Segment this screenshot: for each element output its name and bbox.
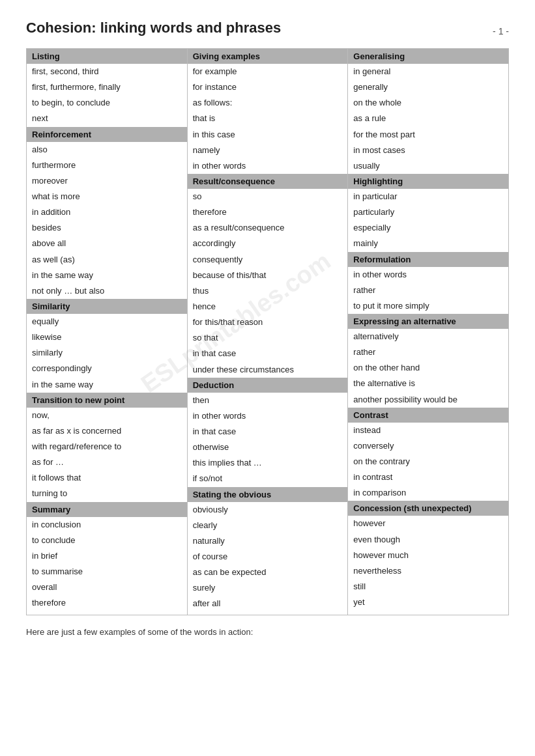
list-item: it follows that: [27, 470, 187, 486]
section-header: Highlighting: [348, 174, 508, 189]
list-item: turning to: [27, 486, 187, 501]
list-item: in other words: [188, 408, 348, 424]
list-item: equally: [27, 314, 187, 329]
list-item: as a result/consequence: [188, 220, 348, 236]
list-item: in conclusion: [27, 517, 187, 533]
section-header: Giving examples: [188, 49, 348, 64]
list-item: for example: [188, 64, 348, 79]
column-1: Listingfirst, second, thirdfirst, furthe…: [27, 49, 188, 615]
list-item: surely: [188, 580, 348, 596]
list-item: under these circumstances: [188, 362, 348, 378]
list-item: because of this/that: [188, 268, 348, 283]
list-item: in contrast: [348, 469, 508, 485]
list-item: correspondingly: [27, 361, 187, 376]
list-item: hence: [188, 299, 348, 315]
list-item: in comparison: [348, 485, 508, 501]
list-item: that is: [188, 111, 348, 126]
list-item: instead: [348, 423, 508, 438]
list-item: as well (as): [27, 252, 187, 268]
list-item: alternatively: [348, 329, 508, 344]
section-header: Contrast: [348, 408, 508, 423]
list-item: conversely: [348, 438, 508, 454]
list-item: for this/that reason: [188, 315, 348, 330]
list-item: yet: [348, 595, 508, 613]
list-item: so that: [188, 330, 348, 346]
section-header: Concession (sth unexpected): [348, 501, 508, 516]
list-item: consequently: [188, 252, 348, 268]
section-header: Similarity: [27, 299, 187, 314]
list-item: otherwise: [188, 440, 348, 455]
list-item: in most cases: [348, 143, 508, 158]
list-item: nevertheless: [348, 563, 508, 579]
list-item: generally: [348, 79, 508, 95]
list-item: first, second, third: [27, 64, 187, 79]
list-item: in this case: [188, 127, 348, 143]
section-header: Listing: [27, 49, 187, 64]
section-header: Reinforcement: [27, 127, 187, 142]
footer-text: Here are just a few examples of some of …: [26, 627, 509, 637]
list-item: moreover: [27, 173, 187, 189]
list-item: to conclude: [27, 533, 187, 548]
list-item: now,: [27, 408, 187, 423]
list-item: as for …: [27, 455, 187, 470]
list-item: to put it more simply: [348, 298, 508, 314]
page-title: Cohesion: linking words and phrases: [26, 20, 281, 36]
section-header: Stating the obvious: [188, 487, 348, 502]
list-item: rather: [348, 344, 508, 360]
list-item: particularly: [348, 204, 508, 220]
list-item: as can be expected: [188, 565, 348, 580]
column-3: Generalisingin generalgenerallyon the wh…: [348, 49, 509, 615]
list-item: thus: [188, 283, 348, 299]
content-grid: Listingfirst, second, thirdfirst, furthe…: [26, 48, 509, 615]
list-item: still: [348, 579, 508, 595]
list-item: however much: [348, 548, 508, 563]
list-item: besides: [27, 220, 187, 236]
section-header: Expressing an alternative: [348, 314, 508, 329]
list-item: however: [348, 516, 508, 531]
list-item: in the same way: [27, 268, 187, 283]
list-item: in that case: [188, 346, 348, 361]
list-item: even though: [348, 532, 508, 548]
list-item: clearly: [188, 518, 348, 533]
list-item: as follows:: [188, 95, 348, 111]
list-item: in the same way: [27, 377, 187, 393]
list-item: similarly: [27, 345, 187, 361]
section-header: Transition to new point: [27, 393, 187, 408]
list-item: what is more: [27, 189, 187, 204]
list-item: first, furthermore, finally: [27, 79, 187, 95]
list-item: overall: [27, 580, 187, 595]
list-item: as a rule: [348, 111, 508, 126]
list-item: therefore: [27, 595, 187, 613]
section-header: Generalising: [348, 49, 508, 64]
list-item: accordingly: [188, 236, 348, 251]
list-item: obviously: [188, 502, 348, 518]
list-item: on the contrary: [348, 454, 508, 469]
section-header: Reformulation: [348, 252, 508, 267]
list-item: mainly: [348, 236, 508, 251]
page-number: - 1 -: [493, 26, 509, 36]
list-item: for instance: [188, 79, 348, 95]
list-item: this implies that …: [188, 455, 348, 471]
list-item: usually: [348, 158, 508, 174]
section-header: Deduction: [188, 378, 348, 393]
list-item: also: [27, 142, 187, 158]
section-header: Result/consequence: [188, 174, 348, 189]
section-header: Summary: [27, 502, 187, 517]
list-item: so: [188, 189, 348, 204]
list-item: in addition: [27, 204, 187, 220]
list-item: in other words: [348, 267, 508, 283]
list-item: namely: [188, 143, 348, 158]
list-item: furthermore: [27, 158, 187, 173]
list-item: not only … but also: [27, 283, 187, 299]
list-item: on the whole: [348, 95, 508, 111]
list-item: in that case: [188, 424, 348, 440]
list-item: naturally: [188, 533, 348, 549]
list-item: to begin, to conclude: [27, 95, 187, 111]
list-item: next: [27, 111, 187, 126]
list-item: in brief: [27, 548, 187, 564]
column-2: Giving examplesfor examplefor instanceas…: [188, 49, 349, 615]
list-item: with regard/reference to: [27, 439, 187, 455]
list-item: another possibility would be: [348, 392, 508, 408]
list-item: to summarise: [27, 564, 187, 580]
list-item: for the most part: [348, 127, 508, 143]
